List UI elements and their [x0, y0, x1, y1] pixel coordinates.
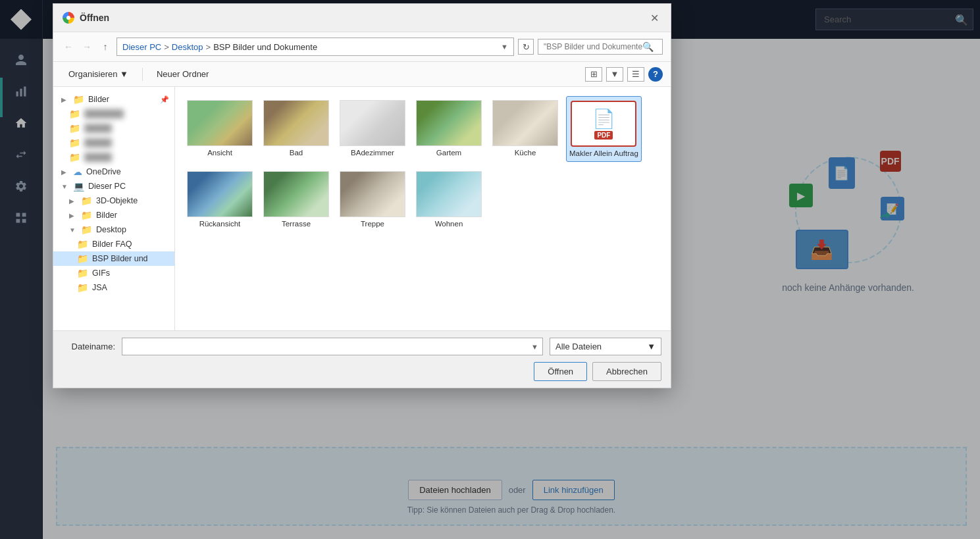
- file-name-wohnen: Wohnen: [435, 220, 463, 228]
- file-item-bad[interactable]: Bad: [261, 96, 332, 162]
- expand-icon: ▶: [61, 96, 69, 103]
- dialog-toolbar: Organisieren ▼ Neuer Ordner ⊞ ▼ ☰ ?: [53, 62, 671, 87]
- dialog-overlay: Öffnen ✕ ← → ↑ Dieser PC > Desktop > BSP…: [0, 0, 980, 539]
- folder-icon-4: 📁: [69, 152, 80, 163]
- cancel-button[interactable]: Abbrechen: [592, 362, 661, 381]
- tree-label-bilder: Bilder: [88, 95, 109, 104]
- address-bar: ← → ↑ Dieser PC > Desktop > BSP Bilder u…: [53, 32, 671, 62]
- tree-item-blur3[interactable]: 📁 XXXXX: [53, 136, 174, 150]
- nav-back-button[interactable]: ←: [61, 39, 76, 54]
- thumb-kuche: [492, 100, 558, 146]
- tree-item-bilder-faq[interactable]: 📁 Bilder FAQ: [53, 237, 174, 251]
- tree-item-bsp-bilder[interactable]: 📁 BSP Bilder und: [53, 251, 174, 266]
- tree-item-desktop[interactable]: ▼ 📁 Desktop: [53, 222, 174, 237]
- dialog-search-icon[interactable]: 🔍: [642, 41, 654, 52]
- filetype-dropdown-icon: ▼: [647, 342, 656, 351]
- dialog-actions: Öffnen Abbrechen: [63, 362, 661, 381]
- tree-item-blur4[interactable]: 📁 XXXXX: [53, 150, 174, 165]
- tree-item-gifs[interactable]: 📁 GIFs: [53, 266, 174, 280]
- thumb-terrasse: [263, 171, 329, 217]
- dialog-search-input[interactable]: [544, 42, 642, 51]
- view-details[interactable]: ☰: [627, 67, 644, 82]
- dialog-close-button[interactable]: ✕: [647, 11, 661, 25]
- file-item-gartem[interactable]: Gartem: [413, 96, 484, 162]
- file-item-ansicht[interactable]: Ansicht: [184, 96, 255, 162]
- tree-item-3d-objekte[interactable]: ▶ 📁 3D-Objekte: [53, 193, 174, 208]
- file-item-terrasse[interactable]: Terrasse: [261, 167, 332, 232]
- organize-button[interactable]: Organisieren ▼: [61, 66, 136, 82]
- folder-icon-desktop: 📁: [81, 224, 92, 235]
- breadcrumb-sep-2: >: [206, 42, 211, 52]
- expand-3d: ▶: [69, 197, 77, 205]
- file-name-gartem: Gartem: [436, 149, 461, 157]
- tree-label-blurred-4: XXXXX: [84, 153, 112, 162]
- filename-dropdown-icon[interactable]: ▼: [527, 340, 542, 354]
- thumb-gartem: [416, 100, 482, 146]
- expand-dieser-pc: ▼: [61, 183, 69, 190]
- help-button[interactable]: ?: [648, 67, 663, 82]
- filename-input[interactable]: [122, 338, 527, 355]
- toolbar-right: ⊞ ▼ ☰ ?: [585, 67, 663, 82]
- view-large-icon[interactable]: ⊞: [585, 67, 602, 82]
- dialog-title-bar: Öffnen ✕: [53, 4, 671, 32]
- dialog-title: Öffnen: [63, 12, 109, 24]
- tree-label-3d: 3D-Objekte: [96, 196, 138, 205]
- tree-label-onedrive: OneDrive: [86, 167, 121, 176]
- file-item-ruckansicht[interactable]: Rückansicht: [184, 167, 255, 232]
- tree-item-dieser-pc[interactable]: ▼ 💻 Dieser PC: [53, 179, 174, 193]
- pin-icon: 📌: [160, 95, 169, 104]
- folder-icon-3d: 📁: [81, 195, 92, 206]
- nav-forward-button[interactable]: →: [80, 39, 94, 54]
- thumb-ruckansicht: [187, 171, 253, 217]
- dialog-search-box: 🔍: [538, 39, 663, 55]
- files-grid: Ansicht Bad BAdezimmer Gartem: [182, 93, 664, 234]
- open-button[interactable]: Öffnen: [534, 362, 587, 381]
- filename-input-wrap: ▼: [122, 338, 543, 355]
- folder-icon-bilder-pc: 📁: [81, 210, 92, 220]
- file-name-kuche: Küche: [515, 149, 536, 157]
- expand-desktop: ▼: [69, 226, 77, 234]
- folder-icon-2: 📁: [69, 123, 80, 134]
- breadcrumb-dropdown-icon[interactable]: ▼: [501, 43, 508, 51]
- tree-label-blurred-1: Bilder ABC: [84, 109, 124, 118]
- file-dialog: Öffnen ✕ ← → ↑ Dieser PC > Desktop > BSP…: [53, 3, 671, 388]
- breadcrumb-current: BSP Bilder und Dokumente: [213, 42, 317, 52]
- file-item-makler[interactable]: 📄 PDF Makler Allein Auftrag: [566, 96, 642, 162]
- new-folder-button[interactable]: Neuer Ordner: [149, 66, 216, 82]
- pdf-badge: PDF: [594, 131, 613, 140]
- view-dropdown[interactable]: ▼: [606, 67, 623, 82]
- breadcrumb-sep-1: >: [164, 42, 169, 52]
- pc-icon: 💻: [73, 181, 84, 192]
- tree-item-bilder-blur1[interactable]: 📁 Bilder ABC: [53, 107, 174, 121]
- file-name-terrasse: Terrasse: [282, 220, 311, 228]
- thumb-ansicht: [187, 100, 253, 146]
- file-item-kuche[interactable]: Küche: [490, 96, 561, 162]
- file-item-wohnen[interactable]: Wohnen: [413, 167, 484, 232]
- thumb-wohnen: [416, 171, 482, 217]
- chrome-icon: [63, 12, 74, 24]
- tree-item-jsa[interactable]: 📁 JSA: [53, 280, 174, 295]
- dialog-files-area: Ansicht Bad BAdezimmer Gartem: [175, 87, 671, 330]
- folder-icon: 📁: [69, 109, 80, 119]
- tree-label-jsa: JSA: [92, 283, 107, 292]
- tree-item-bilder-root[interactable]: ▶ 📁 Bilder 📌: [53, 92, 174, 107]
- breadcrumb-dieser-pc[interactable]: Dieser PC: [122, 42, 161, 52]
- folder-icon-bsp: 📁: [77, 253, 88, 264]
- dialog-sidebar-tree: ▶ 📁 Bilder 📌 📁 Bilder ABC 📁 XXXXX 📁 XXXX…: [53, 87, 175, 330]
- tree-label-blurred-2: XXXXX: [84, 124, 112, 133]
- tree-label-bilder-faq: Bilder FAQ: [92, 240, 132, 249]
- breadcrumb-path[interactable]: Dieser PC > Desktop > BSP Bilder und Dok…: [116, 38, 514, 56]
- file-item-treppe[interactable]: Treppe: [337, 167, 408, 232]
- tree-item-bilder-pc[interactable]: ▶ 📁 Bilder: [53, 208, 174, 222]
- filetype-select[interactable]: Alle Dateien ▼: [550, 338, 661, 355]
- nav-up-button[interactable]: ↑: [98, 39, 113, 54]
- tree-item-onedrive[interactable]: ▶ ☁ OneDrive: [53, 165, 174, 179]
- file-item-badezimmer[interactable]: BAdezimmer: [337, 96, 408, 162]
- file-name-ansicht: Ansicht: [207, 149, 232, 157]
- toolbar-separator: [142, 68, 143, 81]
- tree-item-blur2[interactable]: 📁 XXXXX: [53, 121, 174, 136]
- breadcrumb-desktop[interactable]: Desktop: [172, 42, 203, 52]
- tree-label-desktop: Desktop: [96, 225, 126, 234]
- file-name-badezimmer: BAdezimmer: [351, 149, 394, 157]
- refresh-button[interactable]: ↻: [518, 39, 534, 55]
